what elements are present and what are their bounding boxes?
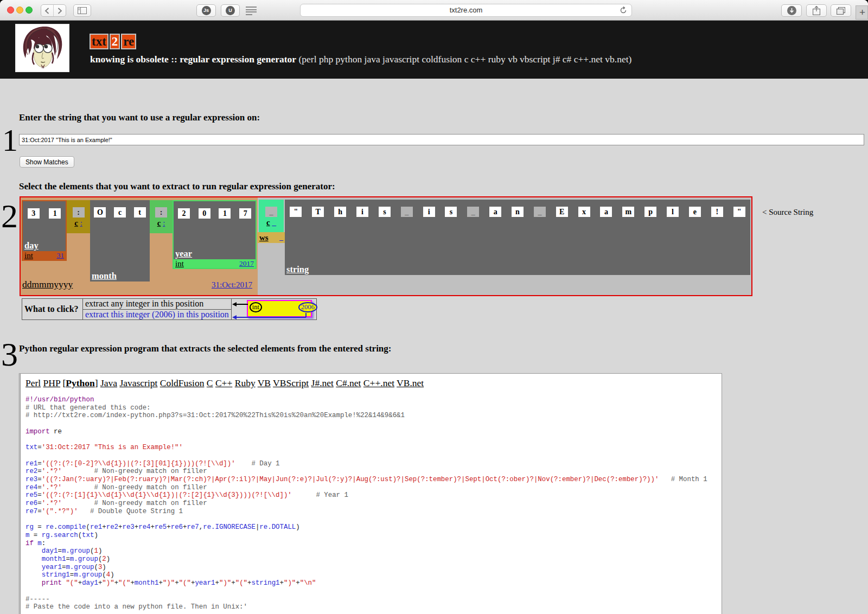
address-bar[interactable]: txt2re.com bbox=[300, 4, 632, 17]
element-year: 2017yearint2017 bbox=[173, 200, 257, 269]
page-content: 1 Enter the string that you want to use … bbox=[0, 79, 868, 614]
txt2re-logo[interactable]: txt 2 re bbox=[90, 34, 136, 49]
zoom-window-button[interactable] bbox=[25, 7, 33, 14]
ws-char-link[interactable]: c bbox=[266, 218, 270, 227]
extension-button-2[interactable]: U bbox=[221, 4, 240, 17]
lang-link-vb[interactable]: VB bbox=[258, 378, 271, 388]
sidebar-button[interactable] bbox=[73, 4, 91, 17]
language-links: Perl PHP [Python] Java Javascript ColdFu… bbox=[25, 378, 722, 389]
step-1-heading: Enter the string that you want to use a … bbox=[19, 112, 260, 123]
url-text: txt2re.com bbox=[301, 4, 631, 16]
lang-link-vb.net[interactable]: VB.net bbox=[397, 378, 424, 388]
lang-link-python[interactable]: Python bbox=[66, 378, 94, 388]
char-cell: : bbox=[73, 207, 85, 218]
ddmmmyyyy-value-link[interactable]: 31:Oct:2017 bbox=[212, 280, 252, 290]
year-label-link[interactable]: year bbox=[175, 248, 192, 259]
element-selection-table: 31dayint31:c :Octmonth:c :2017yearint201… bbox=[20, 196, 752, 296]
extension-1-icon: Js bbox=[202, 6, 211, 15]
lang-link-ruby[interactable]: Ruby bbox=[235, 378, 256, 388]
extension-button-1[interactable]: Js bbox=[196, 4, 216, 17]
ws-value-link[interactable]: _ bbox=[279, 233, 283, 242]
char-cell: t bbox=[134, 207, 146, 218]
char-cell: 0 bbox=[199, 208, 210, 219]
char-cell: 3 bbox=[28, 208, 40, 219]
back-button[interactable] bbox=[41, 5, 53, 16]
sep2-literal-link[interactable]: : bbox=[163, 219, 165, 227]
char-cell: e bbox=[689, 207, 701, 217]
char-cell: i bbox=[423, 207, 435, 217]
char-cell: _ bbox=[401, 207, 413, 217]
lang-link-coldfusion[interactable]: ColdFusion bbox=[160, 378, 205, 388]
lang-link-c#.net[interactable]: C#.net bbox=[336, 378, 361, 388]
char-cell: _ bbox=[265, 207, 277, 217]
source-string-label: < Source String bbox=[762, 208, 813, 217]
minimize-window-button[interactable] bbox=[16, 7, 23, 14]
char-cell: x bbox=[578, 207, 590, 217]
new-tab-button[interactable]: + bbox=[856, 5, 868, 20]
legend-row-this-integer[interactable]: extract this integer (2006) in this posi… bbox=[83, 309, 232, 320]
lang-link-j#.net[interactable]: J#.net bbox=[311, 378, 334, 388]
share-button[interactable] bbox=[806, 4, 827, 17]
year-value-link[interactable]: 2017 bbox=[239, 259, 254, 268]
ddmmmyyyy-type-link[interactable]: ddmmmyyyy bbox=[22, 279, 73, 290]
site-header: txt 2 re knowing is obsolete :: regular … bbox=[0, 21, 868, 79]
lang-link-c[interactable]: C bbox=[207, 378, 213, 388]
extension-2-icon: U bbox=[226, 6, 235, 15]
lang-link-perl[interactable]: Perl bbox=[25, 378, 41, 388]
element-sep1: :c : bbox=[67, 200, 90, 233]
what-to-click-legend: What to click? extract any integer in th… bbox=[22, 298, 317, 320]
lang-link-php[interactable]: PHP bbox=[43, 378, 60, 388]
char-cell: l bbox=[667, 207, 679, 217]
tagline-rest: (perl php python java javascript coldfus… bbox=[296, 54, 631, 65]
step-2-number: 2 bbox=[1, 199, 18, 233]
char-cell: _ bbox=[467, 207, 479, 217]
lang-link-java[interactable]: Java bbox=[100, 378, 117, 388]
char-cell: p bbox=[644, 207, 656, 217]
sep1-literal-link[interactable]: : bbox=[80, 219, 82, 227]
char-cell: a bbox=[600, 207, 612, 217]
reader-icon[interactable] bbox=[246, 7, 257, 16]
forward-button[interactable] bbox=[53, 5, 66, 16]
string-label-link[interactable]: string bbox=[286, 264, 309, 275]
element-month: Octmonth bbox=[90, 200, 150, 282]
logo-2: 2 bbox=[110, 34, 120, 49]
downloads-button[interactable] bbox=[781, 4, 802, 17]
show-all-tabs-button[interactable] bbox=[831, 4, 851, 17]
char-cell: ! bbox=[711, 207, 723, 217]
char-cell: 2 bbox=[178, 208, 190, 219]
char-cell: c bbox=[114, 207, 126, 218]
char-cell: T bbox=[312, 207, 324, 217]
day-type-link[interactable]: int bbox=[24, 251, 33, 260]
close-window-button[interactable] bbox=[7, 7, 14, 14]
legend-title: What to click? bbox=[22, 299, 83, 320]
ws-literal-link[interactable]: _ bbox=[272, 218, 276, 227]
lang-link-javascript[interactable]: Javascript bbox=[119, 378, 157, 388]
string-input[interactable] bbox=[19, 134, 864, 145]
show-matches-button[interactable]: Show Matches bbox=[20, 156, 74, 168]
reload-button[interactable] bbox=[619, 6, 628, 17]
char-cell: " bbox=[733, 207, 745, 217]
sep2-char-link[interactable]: c bbox=[157, 219, 161, 227]
char-cell: O bbox=[94, 207, 106, 218]
share-icon bbox=[813, 6, 820, 15]
lang-link-c++[interactable]: C++ bbox=[215, 378, 232, 388]
site-logo-image bbox=[15, 24, 69, 72]
year-type-link[interactable]: int bbox=[175, 259, 184, 268]
char-cell: : bbox=[155, 207, 167, 218]
reload-icon bbox=[619, 6, 628, 15]
char-cell: s bbox=[379, 207, 391, 217]
site-tagline: knowing is obsolete :: regular expressio… bbox=[90, 54, 631, 65]
char-cell: " bbox=[290, 207, 302, 217]
day-value-link[interactable]: 31 bbox=[57, 251, 65, 260]
char-cell: h bbox=[334, 207, 346, 217]
day-label-link[interactable]: day bbox=[24, 240, 39, 251]
sep1-char-link[interactable]: c bbox=[74, 219, 78, 227]
lang-link-c++.net[interactable]: C++.net bbox=[363, 378, 394, 388]
lang-link-vbscript[interactable]: VBScript bbox=[273, 378, 309, 388]
char-cell: E bbox=[556, 207, 568, 217]
legend-row-any-integer: extract any integer in this position bbox=[83, 299, 232, 310]
char-cell: a bbox=[489, 207, 501, 217]
python-code: #!/usr/bin/python # URL that generated t… bbox=[25, 396, 722, 611]
ws-type-link[interactable]: ws bbox=[259, 233, 269, 242]
generated-code-box: Perl PHP [Python] Java Javascript ColdFu… bbox=[19, 373, 722, 614]
